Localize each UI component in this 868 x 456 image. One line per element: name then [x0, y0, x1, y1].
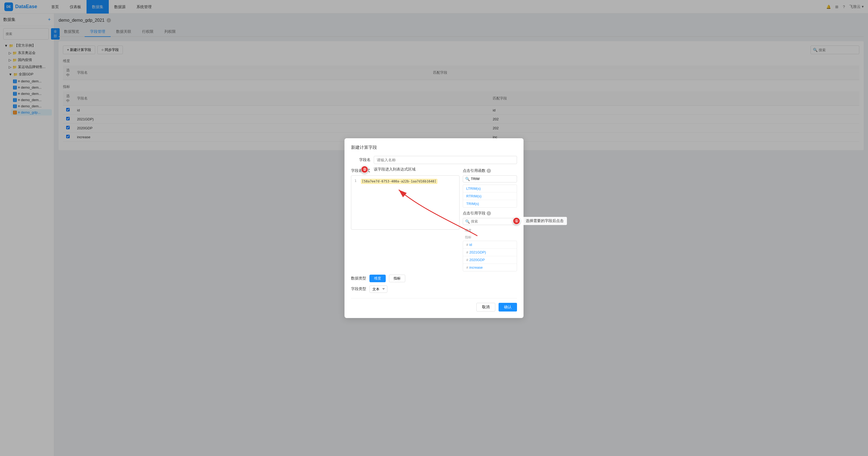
func-label-text: 点击引用函数	[463, 168, 486, 173]
field-name-input[interactable]	[374, 156, 517, 164]
field-panel-label: 点击引用字段 i	[463, 211, 517, 216]
dtype-row: 数据类型 维度 指标	[351, 274, 517, 282]
ftype-label: 字段类型	[351, 287, 366, 291]
field-name-row: 字段名	[351, 156, 517, 164]
confirm-button[interactable]: 确认	[499, 303, 517, 312]
hash-icon-4: #	[466, 265, 468, 269]
field-search-input[interactable]	[471, 219, 517, 223]
field-2021gdp-label: 2021GDP)	[469, 250, 486, 254]
field-label-text: 点击引用字段	[463, 211, 486, 216]
field-dimension-label: 维度	[463, 227, 517, 234]
field-id[interactable]: # id	[463, 241, 517, 249]
modal-footer: 取消 确认	[351, 298, 517, 312]
field-id-label: id	[469, 242, 472, 247]
modal-overlay: 新建计算字段 字段名 字段表达式 1 [58a7ee7d-6753-400a-a…	[0, 0, 868, 456]
hash-icon-1: #	[466, 242, 468, 247]
expr-editor: 字段表达式 1 [58a7ee7d-6753-400a-a22b-1aa7d16…	[351, 168, 460, 271]
field-increase-label: increase	[469, 265, 483, 269]
expr-label: 字段表达式	[351, 168, 460, 173]
func-info-icon[interactable]: i	[487, 169, 491, 173]
func-ltrim[interactable]: LTRIM(s)	[463, 185, 517, 193]
search-icon-2: 🔍	[465, 177, 470, 181]
dtype-dimension-btn[interactable]: 维度	[369, 274, 386, 282]
field-indicator-label: 指标	[463, 234, 517, 241]
callout-1-text: 选择需要的字段后点击	[522, 217, 567, 225]
field-2020gdp[interactable]: # 2020GDP	[463, 256, 517, 264]
expr-textarea[interactable]: 1 [58a7ee7d-6753-400a-a22b-1aa7d16b1648]	[351, 175, 460, 230]
field-2020gdp-label: 2020GDP	[469, 258, 485, 262]
func-trim[interactable]: TRIM(s)	[463, 200, 517, 207]
hash-icon-3: #	[466, 258, 468, 262]
func-search-input[interactable]	[471, 177, 517, 181]
hash-icon-2: #	[466, 250, 468, 254]
dtype-indicator-btn[interactable]: 指标	[389, 274, 405, 282]
ftype-select[interactable]: 文本 数字 日期	[369, 286, 388, 293]
func-search: 🔍	[463, 175, 517, 183]
callout-1: ① 选择需要的字段后点击	[513, 217, 567, 225]
line-number: 1	[354, 179, 359, 183]
right-panels: 点击引用函数 i 🔍 LTRIM(s) RTRIM(s) TRIM(s)	[463, 168, 517, 271]
search-icon-3: 🔍	[465, 219, 470, 224]
field-increase[interactable]: # increase	[463, 264, 517, 271]
ftype-row: 字段类型 文本 数字 日期	[351, 286, 517, 293]
field-name-label: 字段名	[351, 158, 371, 162]
expr-area: 字段表达式 1 [58a7ee7d-6753-400a-a22b-1aa7d16…	[351, 168, 517, 271]
field-panel: 点击引用字段 i 🔍 维度 指标 # id	[463, 211, 517, 271]
func-panel: 点击引用函数 i 🔍 LTRIM(s) RTRIM(s) TRIM(s)	[463, 168, 517, 208]
field-info-icon[interactable]: i	[487, 211, 491, 216]
calc-field-modal: 新建计算字段 字段名 字段表达式 1 [58a7ee7d-6753-400a-a…	[344, 138, 524, 318]
cancel-button[interactable]: 取消	[476, 303, 495, 312]
field-search: 🔍	[463, 218, 517, 225]
expr-token: [58a7ee7d-6753-400a-a22b-1aa7d16b1648]	[361, 179, 437, 184]
field-list: # id # 2021GDP) # 2020GDP #	[463, 241, 517, 271]
field-2021gdp[interactable]: # 2021GDP)	[463, 249, 517, 256]
func-list: LTRIM(s) RTRIM(s) TRIM(s)	[463, 185, 517, 208]
func-rtrim[interactable]: RTRIM(s)	[463, 193, 517, 200]
dtype-label: 数据类型	[351, 276, 366, 281]
func-panel-label: 点击引用函数 i	[463, 168, 517, 173]
modal-title: 新建计算字段	[351, 145, 517, 151]
